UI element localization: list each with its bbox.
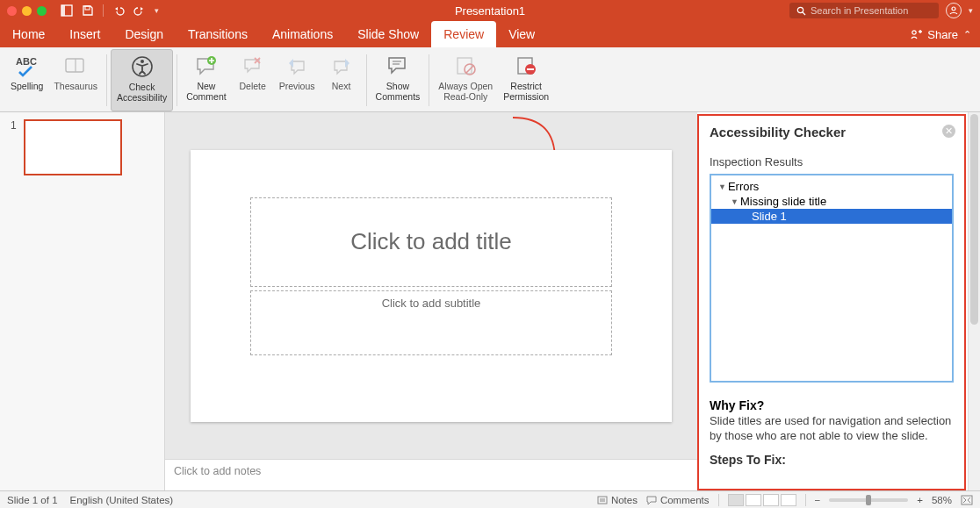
qat-dropdown-icon[interactable]: ▾ xyxy=(155,6,159,15)
redo-icon[interactable] xyxy=(133,4,146,17)
previous-comment-icon xyxy=(286,56,307,75)
svg-point-3 xyxy=(797,7,803,12)
slide-counter: Slide 1 of 1 xyxy=(7,495,58,505)
close-panel-icon[interactable]: ✕ xyxy=(942,125,955,138)
zoom-percentage[interactable]: 58% xyxy=(932,495,952,505)
notes-icon xyxy=(597,496,608,504)
restrict-permission-icon xyxy=(515,55,537,76)
missing-title-label: Missing slide title xyxy=(740,195,826,208)
zoom-slider[interactable] xyxy=(829,498,908,502)
delete-comment-button[interactable]: Delete xyxy=(232,49,274,111)
notes-placeholder: Click to add notes xyxy=(174,465,261,477)
show-comments-label: Show Comments xyxy=(376,82,421,102)
language-indicator[interactable]: English (United States) xyxy=(70,495,174,505)
zoom-out-button[interactable]: − xyxy=(815,495,821,505)
view-buttons xyxy=(728,494,796,506)
why-fix-body: Slide titles are used for navigation and… xyxy=(710,414,954,444)
slide-thumbnail-1[interactable] xyxy=(24,119,122,175)
document-title: Presentation1 xyxy=(455,4,525,18)
vertical-scrollbar[interactable] xyxy=(968,112,980,490)
tab-animations[interactable]: Animations xyxy=(260,21,345,47)
tree-node-slide-1[interactable]: Slide 1 xyxy=(711,209,952,224)
inspection-results-heading: Inspection Results xyxy=(710,155,954,168)
spelling-button[interactable]: ABC Spelling xyxy=(5,49,48,111)
tab-transitions[interactable]: Transitions xyxy=(176,21,260,47)
previous-comment-button[interactable]: Previous xyxy=(274,49,321,111)
previous-comment-label: Previous xyxy=(279,82,315,92)
inspection-results-tree: ▼Errors ▼Missing slide title Slide 1 xyxy=(710,174,954,383)
spelling-label: Spelling xyxy=(11,82,43,92)
comments-toggle-label: Comments xyxy=(660,495,710,505)
search-field[interactable]: Search in Presentation xyxy=(789,3,939,18)
thesaurus-icon xyxy=(64,56,87,75)
reading-view-button[interactable] xyxy=(763,494,779,506)
thesaurus-button[interactable]: Thesaurus xyxy=(48,49,103,111)
tab-slide-show[interactable]: Slide Show xyxy=(345,21,431,47)
status-bar: Slide 1 of 1 English (United States) Not… xyxy=(0,490,980,508)
why-fix-heading: Why Fix? xyxy=(710,398,954,412)
delete-comment-icon xyxy=(242,56,263,75)
search-icon xyxy=(796,6,806,16)
accessibility-icon xyxy=(130,54,155,79)
show-comments-button[interactable]: Show Comments xyxy=(371,49,426,111)
always-open-readonly-button[interactable]: Always Open Read-Only xyxy=(433,49,498,111)
readonly-icon xyxy=(454,55,477,76)
steps-to-fix-heading: Steps To Fix: xyxy=(710,453,954,467)
tree-node-missing-title[interactable]: ▼Missing slide title xyxy=(711,194,952,209)
new-comment-label: New Comment xyxy=(186,82,227,102)
share-button[interactable]: Share xyxy=(911,28,958,41)
delete-comment-label: Delete xyxy=(240,82,266,92)
user-account-icon[interactable] xyxy=(946,3,962,18)
svg-rect-24 xyxy=(962,496,972,504)
slide1-label: Slide 1 xyxy=(752,210,787,223)
quick-access-toolbar: ▾ xyxy=(61,4,159,17)
zoom-window-icon[interactable] xyxy=(37,6,47,16)
close-window-icon[interactable] xyxy=(7,6,17,16)
check-accessibility-button[interactable]: Check Accessibility xyxy=(111,49,173,111)
next-comment-label: Next xyxy=(332,82,351,92)
tab-view[interactable]: View xyxy=(496,21,547,47)
slide-stage: Click to add title Click to add subtitle xyxy=(165,112,697,459)
share-icon xyxy=(911,29,923,39)
title-placeholder[interactable]: Click to add title xyxy=(250,197,612,287)
subtitle-placeholder[interactable]: Click to add subtitle xyxy=(250,290,612,355)
minimize-window-icon[interactable] xyxy=(22,6,32,16)
errors-label: Errors xyxy=(728,180,759,193)
user-dropdown-icon[interactable]: ▾ xyxy=(969,6,973,15)
slideshow-view-button[interactable] xyxy=(781,494,796,506)
tab-home[interactable]: Home xyxy=(0,21,57,47)
titlebar: ▾ Presentation1 Search in Presentation ▾ xyxy=(0,0,980,21)
comments-toggle[interactable]: Comments xyxy=(646,495,710,505)
svg-rect-21 xyxy=(598,497,607,504)
svg-point-6 xyxy=(912,31,916,34)
disclosure-triangle-icon: ▼ xyxy=(718,182,726,191)
zoom-in-button[interactable]: + xyxy=(917,495,923,505)
tab-design[interactable]: Design xyxy=(112,21,176,47)
qat-home-icon[interactable] xyxy=(61,4,73,17)
notes-pane[interactable]: Click to add notes xyxy=(165,459,697,490)
tab-review[interactable]: Review xyxy=(431,21,496,47)
collapse-ribbon-icon[interactable]: ⌃ xyxy=(963,29,971,40)
check-accessibility-label: Check Accessibility xyxy=(117,82,167,103)
next-comment-icon xyxy=(331,56,352,75)
new-comment-button[interactable]: New Comment xyxy=(181,49,232,111)
scrollbar-thumb[interactable] xyxy=(970,114,978,325)
editor-column: Click to add title Click to add subtitle… xyxy=(165,112,697,490)
tree-node-errors[interactable]: ▼Errors xyxy=(711,179,952,194)
ribbon-tabs: Home Insert Design Transitions Animation… xyxy=(0,21,980,47)
slide-canvas[interactable]: Click to add title Click to add subtitle xyxy=(191,150,672,422)
next-comment-button[interactable]: Next xyxy=(321,49,363,111)
title-placeholder-text: Click to add title xyxy=(350,228,512,255)
tab-insert[interactable]: Insert xyxy=(57,21,112,47)
restrict-permission-button[interactable]: Restrict Permission xyxy=(498,49,554,111)
notes-toggle[interactable]: Notes xyxy=(597,495,638,505)
svg-line-4 xyxy=(803,12,805,15)
fit-to-window-icon[interactable] xyxy=(961,495,973,505)
thesaurus-label: Thesaurus xyxy=(54,82,97,92)
restrict-permission-label: Restrict Permission xyxy=(503,82,549,102)
sorter-view-button[interactable] xyxy=(746,494,761,506)
zoom-slider-knob[interactable] xyxy=(866,495,871,505)
normal-view-button[interactable] xyxy=(728,494,744,506)
save-icon[interactable] xyxy=(82,4,94,17)
undo-icon[interactable] xyxy=(112,4,125,17)
